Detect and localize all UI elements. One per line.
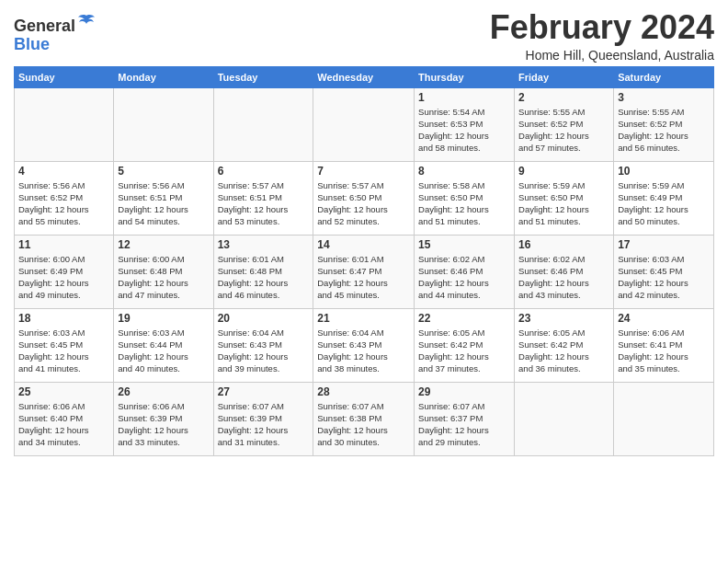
table-row: 24Sunrise: 6:06 AMSunset: 6:41 PMDayligh… <box>614 308 714 382</box>
day-number: 29 <box>418 385 510 398</box>
day-number: 26 <box>118 385 209 398</box>
table-row: 19Sunrise: 6:03 AMSunset: 6:44 PMDayligh… <box>114 308 213 382</box>
table-row: 10Sunrise: 5:59 AMSunset: 6:49 PMDayligh… <box>614 161 714 235</box>
day-info: Sunrise: 6:00 AMSunset: 6:48 PMDaylight:… <box>118 253 209 302</box>
day-info: Sunrise: 6:06 AMSunset: 6:39 PMDaylight:… <box>118 400 209 449</box>
day-info: Sunrise: 6:01 AMSunset: 6:48 PMDaylight:… <box>218 253 310 302</box>
table-row: 27Sunrise: 6:07 AMSunset: 6:39 PMDayligh… <box>213 382 313 455</box>
table-row: 26Sunrise: 6:06 AMSunset: 6:39 PMDayligh… <box>114 382 213 455</box>
col-tuesday: Tuesday <box>213 66 313 87</box>
day-info: Sunrise: 6:06 AMSunset: 6:40 PMDaylight:… <box>18 400 109 449</box>
month-title: February 2024 <box>490 9 714 46</box>
day-info: Sunrise: 6:03 AMSunset: 6:45 PMDaylight:… <box>18 327 109 375</box>
day-info: Sunrise: 5:58 AMSunset: 6:50 PMDaylight:… <box>418 179 510 228</box>
table-row: 13Sunrise: 6:01 AMSunset: 6:48 PMDayligh… <box>213 235 313 308</box>
calendar-table: Sunday Monday Tuesday Wednesday Thursday… <box>14 66 714 456</box>
day-number: 11 <box>18 238 109 251</box>
day-info: Sunrise: 6:01 AMSunset: 6:47 PMDaylight:… <box>317 253 410 302</box>
col-sunday: Sunday <box>15 66 114 87</box>
day-number: 19 <box>118 312 209 325</box>
table-row: 1Sunrise: 5:54 AMSunset: 6:53 PMDaylight… <box>415 87 515 161</box>
col-wednesday: Wednesday <box>313 66 415 87</box>
day-info: Sunrise: 6:07 AMSunset: 6:37 PMDaylight:… <box>418 400 510 449</box>
day-info: Sunrise: 6:02 AMSunset: 6:46 PMDaylight:… <box>518 253 609 302</box>
day-number: 1 <box>418 91 510 104</box>
logo-general: General <box>14 17 75 35</box>
day-number: 28 <box>317 385 410 398</box>
table-row: 28Sunrise: 6:07 AMSunset: 6:38 PMDayligh… <box>313 382 415 455</box>
table-row: 20Sunrise: 6:04 AMSunset: 6:43 PMDayligh… <box>213 308 313 382</box>
day-number: 22 <box>418 312 510 325</box>
calendar-week-4: 18Sunrise: 6:03 AMSunset: 6:45 PMDayligh… <box>15 308 714 382</box>
table-row: 8Sunrise: 5:58 AMSunset: 6:50 PMDaylight… <box>415 161 515 235</box>
day-number: 5 <box>118 165 209 178</box>
col-thursday: Thursday <box>415 66 515 87</box>
day-number: 17 <box>618 238 710 251</box>
day-number: 16 <box>518 238 609 251</box>
table-row: 12Sunrise: 6:00 AMSunset: 6:48 PMDayligh… <box>114 235 213 308</box>
logo: General Blue <box>14 13 96 54</box>
day-info: Sunrise: 5:56 AMSunset: 6:51 PMDaylight:… <box>118 179 209 228</box>
day-number: 14 <box>317 238 410 251</box>
calendar-header-row: Sunday Monday Tuesday Wednesday Thursday… <box>15 66 714 87</box>
table-row: 3Sunrise: 5:55 AMSunset: 6:52 PMDaylight… <box>614 87 714 161</box>
day-info: Sunrise: 6:04 AMSunset: 6:43 PMDaylight:… <box>317 327 410 375</box>
page-container: General Blue February 2024 Home Hill, Qu… <box>0 0 728 461</box>
day-info: Sunrise: 6:03 AMSunset: 6:45 PMDaylight:… <box>618 253 710 302</box>
day-number: 21 <box>317 312 410 325</box>
day-number: 20 <box>218 312 310 325</box>
table-row: 2Sunrise: 5:55 AMSunset: 6:52 PMDaylight… <box>515 87 614 161</box>
calendar-week-3: 11Sunrise: 6:00 AMSunset: 6:49 PMDayligh… <box>15 235 714 308</box>
day-info: Sunrise: 5:55 AMSunset: 6:52 PMDaylight:… <box>518 106 609 155</box>
day-info: Sunrise: 5:57 AMSunset: 6:51 PMDaylight:… <box>218 179 310 228</box>
day-number: 15 <box>418 238 510 251</box>
day-number: 25 <box>18 385 109 398</box>
table-row <box>614 382 714 455</box>
calendar-week-2: 4Sunrise: 5:56 AMSunset: 6:52 PMDaylight… <box>15 161 714 235</box>
day-info: Sunrise: 6:00 AMSunset: 6:49 PMDaylight:… <box>18 253 109 302</box>
table-row <box>313 87 415 161</box>
col-friday: Friday <box>515 66 614 87</box>
title-section: February 2024 Home Hill, Queensland, Aus… <box>490 9 714 63</box>
table-row: 5Sunrise: 5:56 AMSunset: 6:51 PMDaylight… <box>114 161 213 235</box>
table-row: 15Sunrise: 6:02 AMSunset: 6:46 PMDayligh… <box>415 235 515 308</box>
logo-bird-icon <box>77 13 96 31</box>
table-row: 9Sunrise: 5:59 AMSunset: 6:50 PMDaylight… <box>515 161 614 235</box>
day-number: 12 <box>118 238 209 251</box>
day-number: 9 <box>518 165 609 178</box>
table-row: 18Sunrise: 6:03 AMSunset: 6:45 PMDayligh… <box>15 308 114 382</box>
day-number: 23 <box>518 312 609 325</box>
day-number: 3 <box>618 91 710 104</box>
table-row <box>114 87 213 161</box>
calendar-week-1: 1Sunrise: 5:54 AMSunset: 6:53 PMDaylight… <box>15 87 714 161</box>
table-row: 14Sunrise: 6:01 AMSunset: 6:47 PMDayligh… <box>313 235 415 308</box>
day-info: Sunrise: 6:04 AMSunset: 6:43 PMDaylight:… <box>218 327 310 375</box>
day-number: 2 <box>518 91 609 104</box>
day-number: 4 <box>18 165 109 178</box>
header: General Blue February 2024 Home Hill, Qu… <box>14 9 714 63</box>
table-row: 21Sunrise: 6:04 AMSunset: 6:43 PMDayligh… <box>313 308 415 382</box>
day-info: Sunrise: 5:56 AMSunset: 6:52 PMDaylight:… <box>18 179 109 228</box>
day-number: 6 <box>218 165 310 178</box>
location-title: Home Hill, Queensland, Australia <box>490 48 714 63</box>
table-row: 11Sunrise: 6:00 AMSunset: 6:49 PMDayligh… <box>15 235 114 308</box>
day-info: Sunrise: 6:02 AMSunset: 6:46 PMDaylight:… <box>418 253 510 302</box>
col-monday: Monday <box>114 66 213 87</box>
day-info: Sunrise: 6:07 AMSunset: 6:38 PMDaylight:… <box>317 400 410 449</box>
day-number: 10 <box>618 165 710 178</box>
table-row: 29Sunrise: 6:07 AMSunset: 6:37 PMDayligh… <box>415 382 515 455</box>
table-row <box>213 87 313 161</box>
day-info: Sunrise: 6:05 AMSunset: 6:42 PMDaylight:… <box>518 327 609 375</box>
day-info: Sunrise: 5:59 AMSunset: 6:49 PMDaylight:… <box>618 179 710 228</box>
day-info: Sunrise: 5:57 AMSunset: 6:50 PMDaylight:… <box>317 179 410 228</box>
table-row <box>15 87 114 161</box>
table-row: 7Sunrise: 5:57 AMSunset: 6:50 PMDaylight… <box>313 161 415 235</box>
day-number: 27 <box>218 385 310 398</box>
table-row: 6Sunrise: 5:57 AMSunset: 6:51 PMDaylight… <box>213 161 313 235</box>
day-info: Sunrise: 6:07 AMSunset: 6:39 PMDaylight:… <box>218 400 310 449</box>
day-number: 8 <box>418 165 510 178</box>
table-row: 22Sunrise: 6:05 AMSunset: 6:42 PMDayligh… <box>415 308 515 382</box>
col-saturday: Saturday <box>614 66 714 87</box>
day-info: Sunrise: 6:05 AMSunset: 6:42 PMDaylight:… <box>418 327 510 375</box>
day-number: 7 <box>317 165 410 178</box>
